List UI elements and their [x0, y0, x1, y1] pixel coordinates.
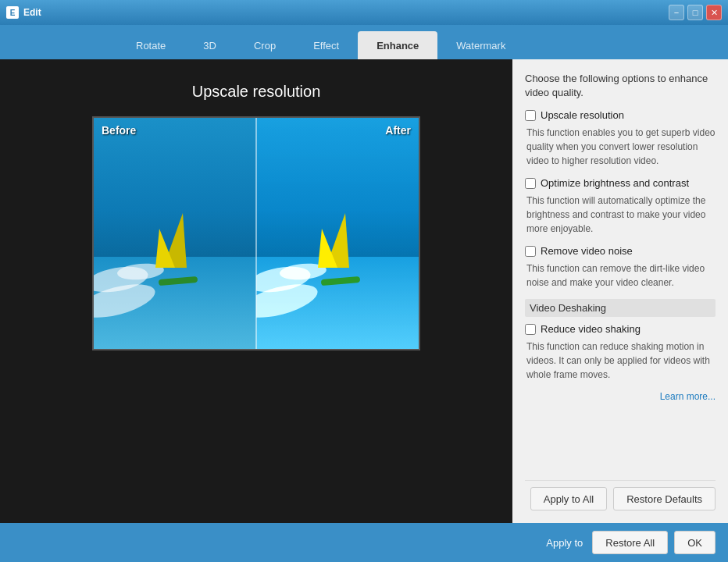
- restore-all-button[interactable]: Restore All: [592, 531, 668, 554]
- apply-to-all-button[interactable]: Apply to All: [530, 487, 607, 510]
- tab-enhance[interactable]: Enhance: [358, 31, 437, 59]
- preview-divider: [255, 118, 257, 349]
- board-before: [159, 276, 198, 286]
- apply-to-label: Apply to: [546, 537, 583, 549]
- left-panel: Upscale resolution Before: [0, 59, 512, 523]
- brightness-desc: This function will automatically optimiz…: [525, 194, 716, 236]
- brightness-checkbox[interactable]: [525, 178, 536, 189]
- board-after: [321, 276, 361, 286]
- close-button[interactable]: ✕: [706, 5, 722, 20]
- noise-desc: This function can remove the dirt-like v…: [525, 261, 716, 290]
- sail-triangle-after-2: [318, 229, 337, 268]
- minimize-button[interactable]: −: [669, 5, 684, 20]
- before-label: Before: [102, 124, 136, 137]
- title-bar-controls: − □ ✕: [669, 5, 722, 20]
- preview-before: Before: [94, 118, 256, 349]
- learn-more-link[interactable]: Learn more...: [525, 391, 716, 402]
- scene-after: [256, 118, 419, 349]
- main-window: E Edit − □ ✕ Rotate 3D Crop Effect Enhan…: [0, 0, 728, 562]
- bottom-bar: Apply to Restore All OK: [0, 523, 728, 562]
- upscale-desc: This function enables you to get superb …: [525, 126, 716, 168]
- sail-triangle-2: [155, 229, 175, 268]
- tab-effect[interactable]: Effect: [294, 31, 358, 59]
- noise-label[interactable]: Remove video noise: [541, 245, 633, 257]
- deshaking-checkbox[interactable]: [525, 324, 536, 335]
- preview-container: Before After: [92, 116, 420, 350]
- deshaking-label[interactable]: Reduce video shaking: [541, 323, 641, 335]
- upscale-label[interactable]: Upscale resolution: [541, 109, 624, 121]
- deshaking-desc: This function can reduce shaking motion …: [525, 340, 716, 382]
- maximize-button[interactable]: □: [687, 5, 703, 20]
- tab-crop[interactable]: Crop: [235, 31, 294, 59]
- preview-after: After: [256, 118, 419, 349]
- app-icon: E: [6, 6, 19, 19]
- tab-watermark[interactable]: Watermark: [437, 31, 524, 59]
- enhance-intro: Choose the following options to enhance …: [525, 72, 716, 100]
- restore-defaults-button[interactable]: Restore Defaults: [613, 487, 716, 510]
- ok-button[interactable]: OK: [674, 531, 716, 554]
- scene-before: [94, 118, 256, 349]
- tab-rotate[interactable]: Rotate: [117, 31, 184, 59]
- sail-before: [163, 213, 187, 268]
- option-row-brightness: Optimize brightness and contrast: [525, 177, 716, 189]
- preview-title: Upscale resolution: [192, 83, 321, 101]
- sail-after: [326, 213, 349, 268]
- option-row-upscale: Upscale resolution: [525, 109, 716, 121]
- upscale-checkbox[interactable]: [525, 110, 536, 121]
- title-bar: E Edit − □ ✕: [0, 0, 728, 25]
- noise-checkbox[interactable]: [525, 246, 536, 257]
- window-title: Edit: [23, 7, 41, 18]
- right-panel-footer: Apply to All Restore Defaults: [525, 480, 716, 510]
- right-panel: Choose the following options to enhance …: [512, 59, 728, 523]
- spacer: [525, 411, 716, 471]
- title-bar-left: E Edit: [6, 6, 41, 19]
- deshaking-section-header: Video Deshaking: [525, 299, 716, 317]
- brightness-label[interactable]: Optimize brightness and contrast: [541, 177, 689, 189]
- tab-bar: Rotate 3D Crop Effect Enhance Watermark: [0, 25, 728, 59]
- after-label: After: [385, 124, 411, 137]
- option-row-deshaking: Reduce video shaking: [525, 323, 716, 335]
- option-row-noise: Remove video noise: [525, 245, 716, 257]
- tab-3d[interactable]: 3D: [184, 31, 235, 59]
- content-area: Upscale resolution Before: [0, 59, 728, 523]
